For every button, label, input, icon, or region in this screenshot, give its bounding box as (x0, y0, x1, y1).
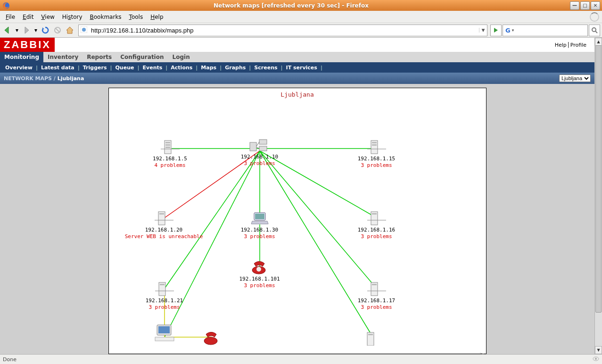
firefox-icon (2, 2, 10, 9)
node-server[interactable]: 192.168.1.16 3 problems (348, 209, 405, 240)
tab-login[interactable]: Login (168, 52, 194, 62)
window-title: Network maps [refreshed every 30 sec] - … (12, 2, 570, 9)
menu-bookmarks[interactable]: Bookmarks (87, 13, 124, 21)
subnav-itservices[interactable]: IT services (283, 65, 321, 71)
node-server[interactable]: 192.168.1.15 3 problems (348, 138, 405, 169)
node-server[interactable] (363, 328, 382, 346)
svg-rect-51 (155, 337, 174, 341)
node-desktop[interactable] (150, 325, 179, 343)
browser-menubar: File Edit View History Bookmarks Tools H… (0, 11, 602, 23)
url-input[interactable] (90, 26, 479, 34)
subnav-screens[interactable]: Screens (251, 65, 280, 71)
phone-icon (202, 328, 221, 346)
help-link[interactable]: Help (554, 42, 568, 48)
svg-rect-31 (372, 144, 377, 146)
profile-link[interactable]: Profile (569, 42, 587, 48)
tab-reports[interactable]: Reports (82, 52, 116, 62)
svg-rect-54 (368, 334, 373, 335)
subnav-maps[interactable]: Maps (198, 65, 220, 71)
tab-configuration[interactable]: Configuration (116, 52, 168, 62)
node-switch[interactable]: 192.168.1.10 3 problems (231, 136, 288, 167)
menu-help[interactable]: Help (148, 13, 166, 21)
throbber-icon (590, 12, 599, 22)
subnav-graphs[interactable]: Graphs (222, 65, 249, 71)
node-phone[interactable]: 192.168.1.101 3 problems (231, 258, 288, 289)
back-dropdown[interactable]: ▾ (14, 25, 20, 36)
svg-point-56 (595, 358, 597, 360)
close-button[interactable]: ✕ (591, 1, 600, 10)
breadcrumb-current: Ljubljana (58, 75, 84, 82)
server-icon (142, 138, 198, 156)
search-go-button[interactable] (589, 25, 600, 36)
node-server[interactable]: 192.168.1.17 3 problems (348, 280, 405, 311)
search-box[interactable]: G▾ (503, 25, 588, 36)
node-server[interactable]: 192.168.1.20 Server WEB is unreachable (124, 209, 204, 240)
server-icon (348, 280, 405, 298)
vertical-scrollbar[interactable]: ▲ ▼ (594, 38, 602, 354)
menu-history[interactable]: History (59, 13, 85, 21)
zabbix-logo: ZABBIX (0, 38, 55, 52)
svg-rect-21 (165, 144, 170, 146)
svg-point-42 (256, 267, 261, 272)
svg-point-5 (592, 28, 596, 32)
node-server[interactable]: 192.168.1.5 4 problems (142, 138, 198, 169)
subnav-latestdata[interactable]: Latest data (38, 65, 78, 71)
tab-inventory[interactable]: Inventory (43, 52, 82, 62)
window-titlebar: Network maps [refreshed every 30 sec] - … (0, 0, 602, 11)
svg-rect-47 (372, 284, 377, 285)
reload-button[interactable] (40, 25, 51, 36)
menu-tools[interactable]: Tools (126, 13, 146, 21)
stop-button[interactable] (52, 25, 63, 36)
server-icon (124, 209, 204, 227)
map-select[interactable]: Ljubljana (559, 74, 591, 82)
url-dropdown[interactable]: ▼ (479, 28, 487, 33)
page-favicon-icon (81, 26, 88, 34)
url-bar[interactable]: ▼ (78, 25, 487, 36)
forward-button[interactable] (21, 25, 32, 36)
server-icon (348, 209, 405, 227)
svg-rect-24 (250, 142, 256, 151)
forward-dropdown[interactable]: ▾ (33, 25, 39, 36)
switch-icon (231, 136, 288, 154)
node-laptop[interactable]: 192.168.1.30 3 problems (231, 209, 288, 240)
menu-file[interactable]: File (3, 13, 18, 21)
back-button[interactable] (2, 25, 13, 36)
tab-monitoring[interactable]: Monitoring (0, 52, 43, 62)
node-phone[interactable] (202, 328, 221, 346)
svg-point-4 (82, 28, 86, 32)
security-icon (593, 356, 599, 363)
svg-rect-50 (158, 326, 170, 333)
node-server[interactable]: 192.168.1.21 3 problems (136, 280, 193, 311)
subnav-queue[interactable]: Queue (112, 65, 138, 71)
go-button[interactable] (490, 25, 502, 36)
subnav-triggers[interactable]: Triggers (80, 65, 110, 71)
main-nav: Monitoring Inventory Reports Configurati… (0, 52, 594, 62)
scroll-thumb[interactable] (595, 45, 602, 313)
server-icon (136, 280, 193, 298)
google-icon: G (504, 27, 512, 34)
subnav-actions[interactable]: Actions (167, 65, 196, 71)
phone-icon (231, 258, 288, 276)
map-canvas[interactable]: Ljubljana (108, 88, 487, 354)
server-icon (363, 328, 382, 346)
sub-nav: Overview| Latest data| Triggers| Queue| … (0, 62, 594, 73)
scroll-down-button[interactable]: ▼ (595, 346, 602, 354)
browser-toolbar: ▾ ▾ ▼ G▾ (0, 23, 602, 38)
minimize-button[interactable]: — (570, 1, 579, 10)
map-viewport: Ljubljana (0, 84, 594, 354)
menu-view[interactable]: View (38, 13, 57, 21)
maximize-button[interactable]: □ (580, 1, 590, 10)
scroll-up-button[interactable]: ▲ (595, 38, 602, 46)
subnav-events[interactable]: Events (139, 65, 165, 71)
desktop-icon (150, 325, 179, 343)
subnav-overview[interactable]: Overview (2, 65, 36, 71)
svg-line-28 (256, 147, 259, 149)
svg-line-2 (56, 28, 59, 32)
home-button[interactable] (64, 25, 75, 36)
search-input[interactable] (514, 26, 595, 34)
server-icon (348, 138, 405, 156)
menu-edit[interactable]: Edit (20, 13, 36, 21)
svg-line-6 (595, 31, 597, 33)
svg-rect-39 (372, 213, 377, 215)
svg-rect-22 (165, 147, 170, 148)
